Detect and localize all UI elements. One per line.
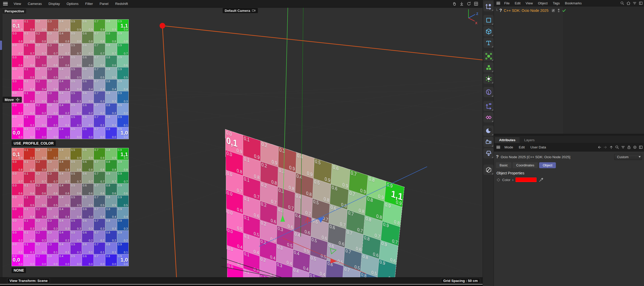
object-manager-menu-file[interactable]: File <box>502 0 512 6</box>
attributes-menu-mode[interactable]: Mode <box>502 143 516 151</box>
filter-icon[interactable] <box>632 1 637 5</box>
grid-cell: 0.40.2 <box>59 103 70 115</box>
grid-cell: 0.90.5 <box>117 67 129 79</box>
object-manager-menu-view[interactable]: View <box>523 0 535 6</box>
panel-icon[interactable] <box>639 145 643 149</box>
cell-x-label: 0.5 <box>71 128 75 131</box>
viewport-menu-icon[interactable] <box>3 2 8 5</box>
camera-tool-button[interactable] <box>483 137 494 147</box>
viewport-3d[interactable]: 0.00.90,10.10.90.20.90.30.90.40.90.50.90… <box>0 0 483 286</box>
object-manager-menu-bookmarks[interactable]: Bookmarks <box>562 0 584 6</box>
cell-x-label: 0.4 <box>59 243 63 246</box>
edit-mesh-tool-button[interactable] <box>483 165 494 175</box>
pan-hand-icon[interactable] <box>452 1 457 6</box>
cell-x-label: 0.1 <box>24 196 28 199</box>
layout-grid-icon[interactable] <box>474 1 479 6</box>
viewport-menu-view[interactable]: View <box>10 0 24 8</box>
viewport-menu-redshift[interactable]: Redshift <box>112 0 131 8</box>
tab-layers[interactable]: Layers <box>520 137 539 143</box>
up-arrow-icon[interactable] <box>609 145 613 149</box>
viewport-menu-display[interactable]: Display <box>45 0 63 8</box>
viewport-menu-filter[interactable]: Filter <box>82 0 96 8</box>
cell-x-label: 0.7 <box>95 219 98 222</box>
generator-gear-tool-button[interactable] <box>483 74 494 84</box>
attributes-menu-edit[interactable]: Edit <box>516 143 528 151</box>
cell-y-label: 0.4 <box>112 215 116 218</box>
camera-selector[interactable]: Default Camera <box>223 8 258 13</box>
grid-cell: 0.60.3 <box>82 219 94 230</box>
x-axis-handle[interactable] <box>330 258 337 263</box>
grid-cell: 0.70.3 <box>94 219 105 230</box>
object-manager-menu-object[interactable]: Object <box>535 0 550 6</box>
stage-tool-button[interactable] <box>483 148 494 158</box>
array-cubes-tool-button[interactable] <box>483 62 494 73</box>
cell-x-label: 0.1 <box>24 104 28 107</box>
cell-x-label: 0.2 <box>36 231 40 234</box>
viewport-name-label[interactable]: Perspective <box>3 9 26 14</box>
edit-badge-icon[interactable] <box>551 8 555 13</box>
attributes-menu-user-data[interactable]: User Data <box>528 143 549 151</box>
viewport-menu-options[interactable]: Options <box>63 0 82 8</box>
panel-splitter[interactable] <box>494 134 644 136</box>
search-icon[interactable] <box>615 145 619 149</box>
filter-icon[interactable] <box>621 145 625 149</box>
environment-sphere-tool-button[interactable] <box>483 126 494 136</box>
tab-attributes[interactable]: Attributes <box>495 137 520 143</box>
object-manager-menu-tags[interactable]: Tags <box>550 0 562 6</box>
chevron-right-icon[interactable]: › <box>512 178 513 182</box>
section-tab-basic[interactable]: Basic <box>496 162 511 168</box>
keyframe-diamond-icon[interactable] <box>497 178 500 182</box>
plane-handle[interactable] <box>330 248 336 254</box>
cell-y-label: 0.3 <box>124 227 128 230</box>
axis-cube-tool-button[interactable] <box>483 101 494 111</box>
object-manager-menu-edit[interactable]: Edit <box>512 0 523 6</box>
object-name[interactable]: C++ SDK: Ocio Node 2025 <box>504 8 548 13</box>
attributes-menu-icon[interactable] <box>496 146 500 148</box>
move-axes-tool-button[interactable] <box>483 1 494 11</box>
panel-icon[interactable] <box>639 1 643 5</box>
point-selection-tool-button[interactable] <box>483 51 494 61</box>
spline-point-handle[interactable] <box>160 23 165 29</box>
cell-x-label: 0.9 <box>118 231 122 234</box>
cell-y-label: 0.4 <box>54 88 58 91</box>
cube-tool-button[interactable] <box>483 26 494 37</box>
text-tool-button[interactable] <box>483 38 494 48</box>
home-icon[interactable] <box>626 1 631 5</box>
search-icon[interactable] <box>620 1 624 5</box>
grid-cell: 0.80.7 <box>105 172 117 183</box>
eyedropper-icon[interactable] <box>539 177 544 182</box>
visibility-dots-icon[interactable] <box>556 8 561 13</box>
rectangle-spline-tool-button[interactable] <box>483 15 494 25</box>
object-manager-menu-icon[interactable] <box>496 2 500 4</box>
viewport-menu-panel[interactable]: Panel <box>96 0 112 8</box>
camera-icon <box>485 139 492 146</box>
back-arrow-icon[interactable] <box>597 145 602 149</box>
download-arrow-icon[interactable] <box>459 1 464 6</box>
grid-cell: 0.70.4 <box>94 207 105 219</box>
symmetry-tool-button[interactable] <box>483 112 494 122</box>
cell-y-label: 0.2 <box>42 112 46 115</box>
object-row[interactable]: └ ? C++ SDK: Ocio Node 2025 <box>495 7 566 14</box>
grid-cell: 0.50.6 <box>70 56 82 67</box>
deformer-blob-tool-button[interactable] <box>483 87 494 97</box>
cell-y-label: 0.6 <box>100 192 104 195</box>
plugin-object-icon[interactable]: ? <box>499 8 502 13</box>
sync-icon[interactable] <box>466 1 471 6</box>
viewport-menu-cameras[interactable]: Cameras <box>24 0 45 8</box>
grid-cell: 0.30.9 <box>47 20 59 31</box>
cell-y-label: 0.0 <box>124 136 128 139</box>
preset-dropdown[interactable]: Custom <box>614 154 642 160</box>
lock-icon[interactable] <box>627 145 631 149</box>
cell-x-label: 0.7 <box>95 115 98 119</box>
forward-arrow-icon[interactable] <box>603 145 608 149</box>
object-manager[interactable]: └ ? C++ SDK: Ocio Node 2025 <box>494 6 644 134</box>
y-axis-handle[interactable] <box>280 215 285 222</box>
color-swatch[interactable] <box>515 177 537 182</box>
section-tab-coordinates[interactable]: Coordinates <box>513 162 538 168</box>
camera-frame-icon[interactable] <box>252 8 256 13</box>
section-tab-object[interactable]: Object <box>539 162 556 168</box>
cell-x-label: 0.7 <box>95 44 98 47</box>
left-dock-selected-item[interactable] <box>0 41 2 50</box>
check-icon[interactable] <box>562 8 566 13</box>
target-icon[interactable] <box>633 145 637 149</box>
